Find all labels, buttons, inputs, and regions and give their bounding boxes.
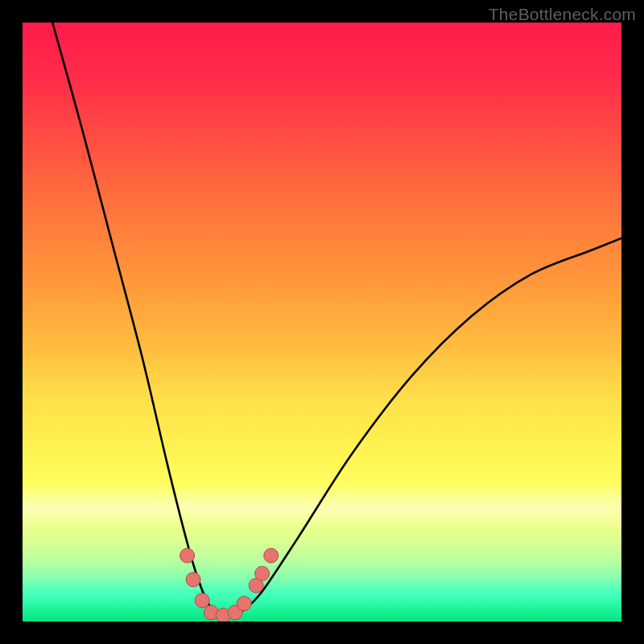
data-marker xyxy=(186,572,200,587)
data-marker xyxy=(180,548,195,563)
data-marker xyxy=(255,566,270,580)
data-marker xyxy=(195,593,209,608)
chart-frame: TheBottleneck.com xyxy=(0,0,644,644)
plot-area xyxy=(23,23,621,621)
data-marker xyxy=(237,597,251,611)
curve-layer xyxy=(23,23,621,621)
watermark-text: TheBottleneck.com xyxy=(489,5,636,24)
data-marker xyxy=(264,548,279,563)
bottleneck-curve xyxy=(52,23,621,617)
marker-group xyxy=(180,548,279,621)
